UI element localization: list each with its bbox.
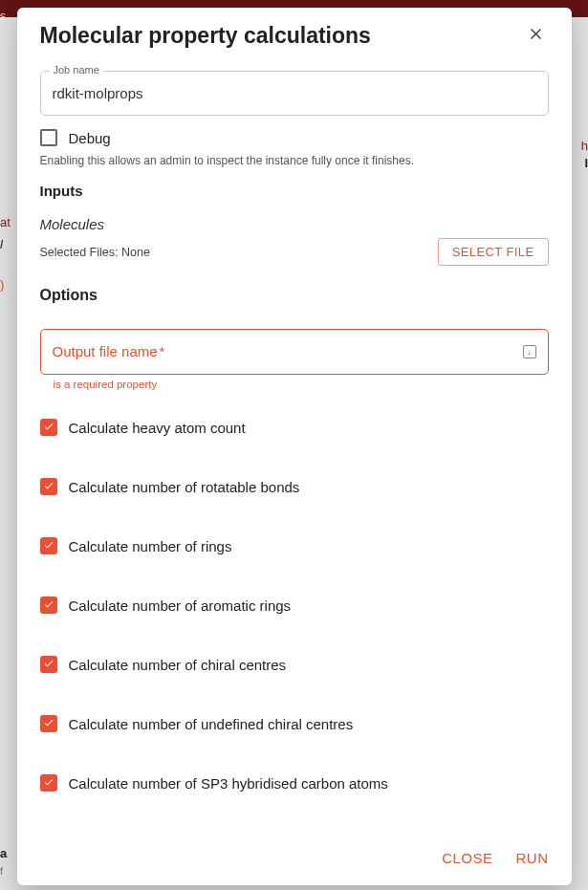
job-name-label: Job name: [50, 64, 103, 76]
dialog-body[interactable]: Job name Debug Enabling this allows an a…: [17, 57, 572, 835]
option-row: Calculate number of chiral centres: [40, 656, 549, 673]
option-row: Calculate number of SP3 hybridised carbo…: [40, 774, 549, 792]
option-label: Calculate number of undefined chiral cen…: [69, 716, 354, 732]
output-file-name-label: Output file name: [53, 343, 158, 359]
option-label: Calculate number of rotatable bonds: [69, 479, 300, 495]
option-row: Calculate number of aromatic rings: [40, 597, 549, 614]
option-label: Calculate number of chiral centres: [69, 657, 287, 673]
option-row: Calculate number of undefined chiral cen…: [40, 715, 549, 732]
output-file-name-error: is a required property: [54, 379, 549, 390]
option-checkbox[interactable]: [40, 419, 57, 436]
option-checkbox[interactable]: [40, 656, 57, 673]
option-row: Calculate heavy atom count: [40, 419, 549, 436]
dialog: Molecular property calculations Job name…: [17, 8, 572, 885]
option-checkbox[interactable]: [40, 478, 57, 495]
option-checkbox[interactable]: [40, 597, 57, 614]
selected-files-text: Selected Files: None: [40, 246, 150, 259]
option-checkbox[interactable]: [40, 537, 57, 554]
option-label: Calculate heavy atom count: [69, 420, 246, 436]
check-icon: [43, 537, 54, 554]
molecules-label: Molecules: [40, 216, 549, 232]
check-icon: [43, 715, 54, 732]
option-row: Calculate number of rings: [40, 537, 549, 554]
dialog-header: Molecular property calculations: [17, 8, 572, 57]
check-icon: [43, 597, 54, 614]
option-row: Calculate number of rotatable bonds: [40, 478, 549, 495]
option-label: Calculate number of rings: [69, 538, 232, 554]
job-name-input[interactable]: [40, 71, 549, 116]
dialog-title: Molecular property calculations: [40, 23, 371, 49]
check-icon: [43, 478, 54, 495]
option-checkbox[interactable]: [40, 715, 57, 732]
run-button[interactable]: RUN: [516, 850, 549, 866]
check-icon: [43, 419, 54, 436]
close-icon-button[interactable]: [523, 21, 549, 50]
select-file-button[interactable]: SELECT FILE: [438, 238, 549, 266]
keyboard-icon: ↓: [523, 345, 536, 358]
option-label: Calculate number of aromatic rings: [69, 597, 292, 614]
options-list: Calculate heavy atom count Calculate num…: [40, 419, 549, 792]
close-icon: [527, 32, 545, 46]
debug-checkbox[interactable]: [40, 129, 57, 146]
debug-help-text: Enabling this allows an admin to inspect…: [40, 154, 549, 167]
option-checkbox[interactable]: [40, 774, 57, 792]
dialog-footer: CLOSE RUN: [17, 835, 572, 885]
job-name-field: Job name: [40, 71, 549, 116]
inputs-header: Inputs: [40, 183, 549, 199]
modal-overlay: Molecular property calculations Job name…: [0, 0, 588, 890]
option-label: Calculate number of SP3 hybridised carbo…: [69, 775, 388, 792]
check-icon: [43, 774, 54, 792]
check-icon: [43, 656, 54, 673]
debug-label: Debug: [69, 130, 111, 146]
required-asterisk: *: [160, 343, 165, 359]
options-header: Options: [40, 287, 549, 304]
output-file-name-field[interactable]: Output file name* ↓ is a required proper…: [40, 329, 549, 390]
close-button[interactable]: CLOSE: [442, 850, 492, 866]
